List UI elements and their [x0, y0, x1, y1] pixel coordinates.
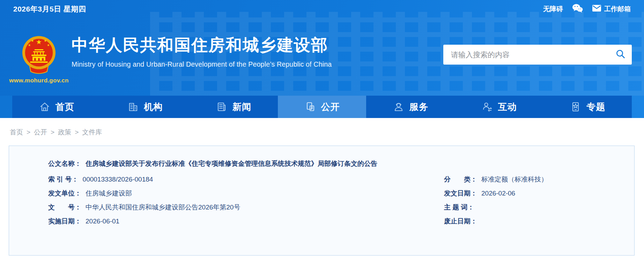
site-url: www.mohurd.gov.cn: [6, 77, 72, 84]
topics-icon: [570, 101, 582, 113]
nav-label: 互动: [498, 101, 517, 113]
document-title-label: 公文名称：: [48, 160, 81, 167]
nav-item-disclosure[interactable]: 公开: [278, 96, 367, 118]
search-icon: [616, 49, 626, 60]
field-label: 发文日期：: [444, 190, 477, 197]
wechat-link[interactable]: [572, 3, 583, 15]
national-emblem-logo: [22, 36, 56, 75]
breadcrumb-separator: >: [75, 128, 79, 136]
breadcrumb-policy[interactable]: 政策: [58, 128, 71, 137]
field-value: 中华人民共和国住房和城乡建设部公告2026年第20号: [86, 204, 240, 211]
breadcrumb-home[interactable]: 首页: [10, 128, 23, 137]
field-label: 发文单位：: [48, 190, 81, 197]
accessibility-link[interactable]: 无障碍: [543, 5, 563, 14]
interaction-icon: [481, 101, 493, 113]
field-label: 索 引 号：: [48, 176, 79, 183]
document-title-row: 公文名称：住房城乡建设部关于发布行业标准《住宅专项维修资金管理信息系统技术规范》…: [9, 157, 634, 171]
site-title: 中华人民共和国住房和城乡建设部: [72, 36, 332, 54]
accessibility-label: 无障碍: [543, 5, 563, 14]
page: 2026年3月5日 星期四 无障碍: [0, 0, 644, 256]
field-implementation-date: 实施日期：2026-06-01: [9, 214, 444, 228]
field-index-number: 索 引 号：000013338/2026-00184: [9, 172, 444, 186]
topbar-links: 无障碍: [543, 3, 631, 15]
field-category: 分 类：标准定额（标准科技）: [444, 172, 634, 186]
document-info-card: 公文名称：住房城乡建设部关于发布行业标准《住宅专项维修资金管理信息系统技术规范》…: [9, 146, 635, 256]
field-label: 分 类：: [444, 176, 477, 183]
document-title: 住房城乡建设部关于发布行业标准《住宅专项维修资金管理信息系统技术规范》局部修订条…: [86, 160, 377, 167]
current-date: 2026年3月5日 星期四: [13, 4, 86, 14]
nav-label: 首页: [55, 101, 74, 113]
nav-label: 服务: [409, 101, 428, 113]
field-value: 2026-02-06: [481, 190, 515, 197]
field-value: 住房城乡建设部: [86, 190, 132, 197]
document-field-row: 发文单位：住房城乡建设部 发文日期：2026-02-06: [9, 186, 634, 200]
topbar: 2026年3月5日 星期四 无障碍: [0, 0, 644, 18]
field-value: 2026-06-01: [86, 217, 119, 225]
nav-item-service[interactable]: 服务: [366, 96, 455, 118]
news-icon: [216, 101, 228, 113]
field-label: 废止日期：: [444, 217, 477, 225]
nav-label: 机构: [144, 101, 163, 113]
nav-item-organization[interactable]: 机构: [101, 96, 190, 118]
home-icon: [39, 101, 51, 113]
breadcrumb-disclosure[interactable]: 公开: [34, 128, 47, 137]
breadcrumb-separator: >: [27, 128, 30, 136]
field-value: 000013338/2026-00184: [83, 176, 153, 183]
nav-item-interaction[interactable]: 互动: [455, 96, 543, 118]
nav-label: 新闻: [232, 101, 251, 113]
organization-icon: [127, 101, 139, 113]
field-value: 标准定额（标准科技）: [481, 176, 548, 183]
main-nav: 首页 机构: [0, 96, 644, 118]
disclosure-icon: [304, 101, 316, 113]
field-label: 实施日期：: [48, 217, 81, 225]
main-nav-inner: 首页 机构: [12, 96, 632, 118]
nav-item-news[interactable]: 新闻: [189, 96, 278, 118]
search-box: [443, 45, 632, 65]
nav-item-home[interactable]: 首页: [12, 96, 101, 118]
field-abolition-date: 废止日期：: [444, 214, 634, 228]
nav-item-topics[interactable]: 专题: [543, 96, 632, 118]
document-field-row: 实施日期：2026-06-01 废止日期：: [9, 214, 634, 228]
site-subtitle: Ministry of Housing and Urban-Rural Deve…: [72, 60, 332, 68]
search-button[interactable]: [616, 49, 626, 60]
nav-label: 公开: [321, 101, 340, 113]
search-input[interactable]: [451, 51, 616, 59]
work-mailbox-link[interactable]: 工作邮箱: [592, 5, 631, 14]
breadcrumb-separator: >: [51, 128, 54, 136]
field-label: 文 号：: [48, 204, 81, 211]
envelope-icon: [592, 5, 601, 14]
field-issue-date: 发文日期：2026-02-06: [444, 186, 634, 200]
field-label: 主 题 词：: [444, 204, 474, 211]
breadcrumb-document-library: 文件库: [82, 128, 102, 137]
document-field-row: 索 引 号：000013338/2026-00184 分 类：标准定额（标准科技…: [9, 172, 634, 186]
breadcrumb: 首页 > 公开 > 政策 > 文件库: [0, 118, 644, 137]
nav-label: 专题: [586, 101, 605, 113]
field-document-number: 文 号：中华人民共和国住房和城乡建设部公告2026年第20号: [9, 200, 444, 214]
service-icon: [393, 101, 405, 113]
document-field-row: 文 号：中华人民共和国住房和城乡建设部公告2026年第20号 主 题 词：: [9, 200, 634, 214]
wechat-icon: [572, 3, 583, 15]
work-mailbox-label: 工作邮箱: [604, 5, 631, 14]
field-subject-terms: 主 题 词：: [444, 200, 634, 214]
site-header: 2026年3月5日 星期四 无障碍: [0, 0, 644, 96]
site-branding: 中华人民共和国住房和城乡建设部 Ministry of Housing and …: [72, 36, 332, 68]
field-issuing-unit: 发文单位：住房城乡建设部: [9, 186, 444, 200]
